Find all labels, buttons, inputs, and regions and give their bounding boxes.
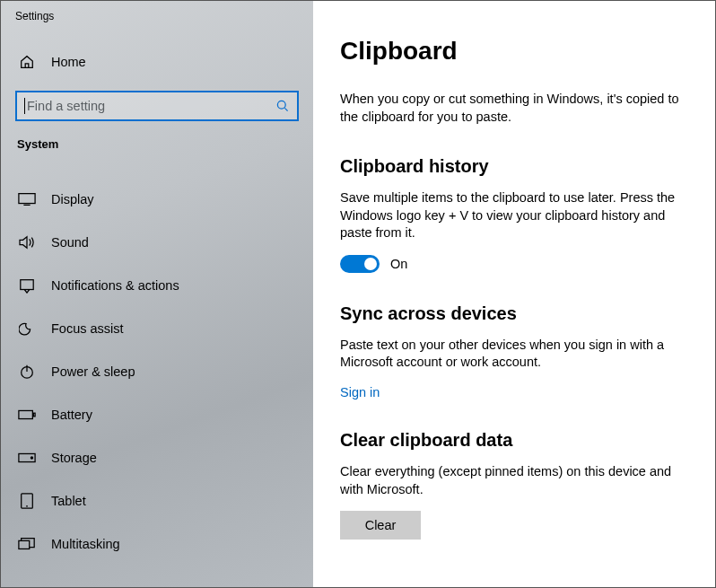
svg-line-1 (284, 108, 287, 110)
main-content: Clipboard When you copy or cut something… (313, 1, 715, 587)
page-intro: When you copy or cut something in Window… (340, 91, 694, 126)
sidebar-item-multitasking[interactable]: Multitasking (1, 522, 313, 566)
sidebar-item-display[interactable]: Display (1, 178, 313, 221)
sidebar-item-label: Sound (37, 235, 89, 250)
svg-rect-7 (19, 410, 32, 418)
sidebar-item-label: Display (37, 192, 94, 206)
search-icon (275, 99, 290, 113)
focus-assist-icon (17, 320, 37, 337)
sidebar-item-notifications[interactable]: Notifications & actions (1, 264, 313, 307)
notifications-icon (17, 277, 37, 294)
svg-point-10 (31, 457, 32, 459)
sidebar-item-tablet[interactable]: Tablet (1, 479, 313, 522)
multitasking-icon (17, 537, 37, 551)
clear-button[interactable]: Clear (340, 511, 421, 540)
sync-heading: Sync across devices (340, 303, 694, 324)
sidebar-category: System (1, 137, 313, 151)
svg-point-0 (277, 101, 285, 109)
storage-icon (17, 452, 37, 464)
clear-desc: Clear everything (except pinned items) o… (340, 463, 694, 498)
svg-rect-8 (33, 413, 35, 417)
sidebar-item-storage[interactable]: Storage (1, 436, 313, 479)
window-title: Settings (1, 1, 313, 35)
sidebar-item-label: Focus assist (37, 321, 124, 336)
sidebar-item-sound[interactable]: Sound (1, 221, 313, 264)
tablet-icon (17, 493, 37, 509)
svg-rect-13 (19, 540, 30, 549)
sidebar-item-label: Storage (37, 451, 97, 465)
sync-desc: Paste text on your other devices when yo… (340, 337, 694, 372)
clipboard-history-heading: Clipboard history (340, 156, 694, 177)
sidebar-item-label: Home (37, 55, 86, 69)
power-icon (17, 364, 37, 380)
clipboard-history-toggle-state: On (390, 257, 407, 271)
search-field[interactable] (27, 99, 275, 113)
sign-in-link[interactable]: Sign in (340, 385, 380, 399)
clipboard-history-toggle[interactable] (340, 255, 380, 273)
clear-heading: Clear clipboard data (340, 430, 694, 451)
sidebar-item-home[interactable]: Home (1, 40, 313, 83)
sidebar-item-focus-assist[interactable]: Focus assist (1, 307, 313, 350)
sidebar-item-label: Notifications & actions (37, 278, 179, 293)
clipboard-history-desc: Save multiple items to the clipboard to … (340, 189, 694, 242)
svg-rect-4 (21, 280, 33, 290)
sidebar: Settings Home System Display (1, 1, 313, 587)
search-input[interactable] (15, 91, 299, 121)
home-icon (17, 54, 37, 70)
battery-icon (17, 408, 37, 421)
sidebar-item-label: Multitasking (37, 537, 120, 551)
sidebar-item-label: Battery (37, 408, 92, 422)
sound-icon (17, 235, 37, 250)
sidebar-item-label: Tablet (37, 494, 86, 508)
sidebar-item-battery[interactable]: Battery (1, 393, 313, 436)
svg-rect-2 (19, 194, 35, 204)
display-icon (17, 192, 37, 206)
page-title: Clipboard (340, 37, 694, 66)
sidebar-item-label: Power & sleep (37, 364, 135, 379)
sidebar-item-power-sleep[interactable]: Power & sleep (1, 350, 313, 393)
